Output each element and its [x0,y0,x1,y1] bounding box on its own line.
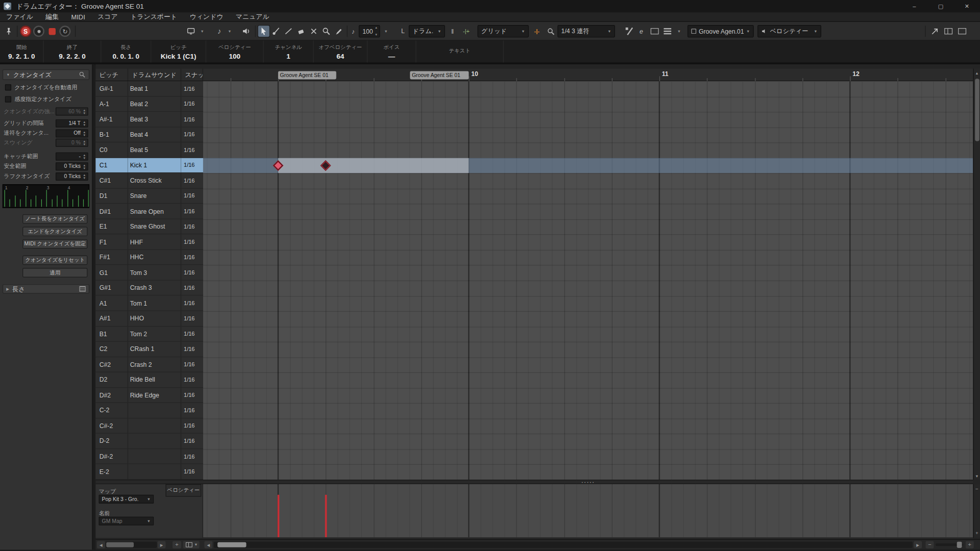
open-quantize-panel-button[interactable]: e [636,25,647,37]
info-field-value[interactable]: — [388,52,395,60]
drum-row-snap[interactable]: 1/16 [181,127,203,142]
drum-row-E-2[interactable]: E-21/16 [95,464,203,480]
drum-row-snap[interactable]: 1/16 [181,357,203,372]
menu-item-編集[interactable]: 編集 [45,12,59,21]
scroll-up-button[interactable]: ▲ [974,69,980,77]
insert-velocity-caret[interactable]: ▼ [382,25,390,37]
independent-loop-button[interactable]: ↻ [59,26,70,37]
drum-row-D#1[interactable]: D#1Snare Open1/16 [95,204,203,219]
menu-item-ファイル[interactable]: ファイル [6,12,33,21]
insert-mode-icon[interactable]: -|+ [460,25,472,37]
add-lane-button[interactable]: + [173,541,181,548]
quantize-button[interactable]: ノート長をクオンタイズ [22,214,87,223]
drum-row-snap[interactable]: 1/16 [181,96,203,111]
velocity-bar[interactable] [278,495,280,537]
drum-row-snap[interactable]: 1/16 [181,342,203,357]
drum-row-snap[interactable]: 1/16 [181,235,203,249]
scroll-down-button[interactable]: ▼ [974,471,980,480]
drum-row-C1[interactable]: C1Kick 11/16 [95,158,203,173]
menu-item-MIDI[interactable]: MIDI [71,13,85,21]
close-button[interactable]: ✕ [954,0,980,12]
open-in-window-icon[interactable] [929,25,940,37]
menu-item-ウィンドウ[interactable]: ウィンドウ [189,12,223,21]
drumstick-tool[interactable] [270,25,282,37]
spinner-down-icon[interactable]: ▼ [83,112,86,115]
drum-row-G#1[interactable]: G#1Crash 31/16 [95,281,203,296]
record-in-editor-button[interactable] [46,26,58,37]
grid-scroll-right-button[interactable]: ▶ [914,541,922,548]
quantize-button[interactable]: エンドをクオンタイズ [22,227,87,236]
grid-scroll-thumb[interactable] [217,542,246,547]
field-value[interactable]: Off▲▼ [56,129,88,137]
drum-row-snap[interactable]: 1/16 [181,372,203,387]
lane-setup-button[interactable]: ▼ [183,541,200,548]
field-value[interactable]: 0 Ticks▲▼ [56,172,88,180]
info-field-value[interactable]: 9. 2. 1. 0 [8,52,35,60]
part-edit-pane-icon[interactable] [649,25,660,37]
hzoom-in-button[interactable]: + [966,541,974,548]
field-value[interactable]: 0 %▲▼ [56,138,88,146]
maximize-button[interactable]: ▢ [927,0,953,12]
names-scroll-thumb[interactable] [106,542,134,547]
spinner[interactable]: ▲▼ [82,163,87,169]
spinner-down-icon[interactable]: ▼ [83,123,86,127]
drum-row-B1[interactable]: B1Tom 21/16 [95,327,203,342]
object-selection-tool[interactable] [257,25,270,37]
info-field-value[interactable]: Kick 1 (C1) [161,52,197,60]
note-info-caret[interactable]: ▼ [226,25,234,37]
menu-item-スコア[interactable]: スコア [97,12,117,21]
names-scroll-right-button[interactable]: ▶ [158,541,166,548]
hzoom-slider-thumb[interactable] [957,542,962,548]
drum-row-snap[interactable]: 1/16 [181,327,203,341]
drum-row-C-2[interactable]: C-21/16 [95,403,203,418]
field-value[interactable]: 1/4 T▲▼ [56,119,88,127]
reset-quantize-button[interactable]: クオンタイズをリセット [22,256,87,265]
drum-row-snap[interactable]: 1/16 [181,81,203,96]
drum-row-snap[interactable]: 1/16 [181,311,203,326]
spinner-down-icon[interactable]: ▼ [83,143,86,146]
info-field-value[interactable]: 100 [229,52,240,60]
part-name-tag[interactable]: Groove Agent SE 01 [278,71,336,80]
vertical-scrollbar[interactable]: ▲ ▼ [973,69,980,480]
drum-row-C#2[interactable]: C#2Crash 21/16 [95,357,203,372]
solo-editor-button[interactable]: S [20,26,31,37]
hzoom-slider[interactable] [936,543,963,546]
drum-row-snap[interactable]: 1/16 [181,204,203,218]
drum-row-C#-2[interactable]: C#-21/16 [95,418,203,434]
spinner[interactable]: ▲▼ [82,140,87,145]
quantize-button[interactable]: MIDI クオンタイズを固定 [22,239,87,248]
spinner[interactable]: ▲▼ [82,108,87,114]
menu-item-マニュアル[interactable]: マニュアル [236,12,270,21]
acoustic-feedback-button[interactable] [33,26,44,37]
info-field-value[interactable]: 1 [286,52,290,60]
drum-row-snap[interactable]: 1/16 [181,449,203,464]
drum-row-snap[interactable]: 1/16 [181,418,203,433]
info-field-value[interactable]: 0. 0. 1. 0 [113,52,139,60]
drum-grid[interactable] [203,81,973,480]
drum-row-D1[interactable]: D1Snare1/16 [95,188,203,204]
apply-quantize-button[interactable]: 適用 [22,268,87,277]
drum-row-D2[interactable]: D2Ride Bell1/16 [95,372,203,388]
menu-item-トランスポート[interactable]: トランスポート [130,12,177,21]
minimize-button[interactable]: – [901,0,927,12]
autoscroll-button[interactable] [184,25,198,37]
drum-row-E1[interactable]: E1Snare Ghost1/16 [95,219,203,235]
drum-row-snap[interactable]: 1/16 [181,265,203,280]
grid-scroll-left-button[interactable]: ◀ [204,541,212,548]
names-scroll-left-button[interactable]: ◀ [97,541,105,548]
spinner-down-icon[interactable]: ▼ [83,166,86,169]
drum-row-C0[interactable]: C0Beat 51/16 [95,142,203,158]
spinner[interactable]: ▲▼ [82,173,87,179]
grid-mode-dropdown[interactable]: グリッド ▼ [478,25,529,37]
insert-velocity-value[interactable]: 100 [362,28,373,34]
drum-row-snap[interactable]: 1/16 [181,112,203,127]
length-section-header[interactable]: ▶ 長さ [3,284,89,293]
drum-row-C2[interactable]: C2CRash 11/16 [95,342,203,357]
drum-row-snap[interactable]: 1/16 [181,142,203,157]
field-value[interactable]: -▲▼ [56,152,88,160]
field-value[interactable]: 60 %▲▼ [56,107,88,115]
mute-tool[interactable] [307,25,320,37]
drum-row-snap[interactable]: 1/16 [181,464,203,479]
drum-row-snap[interactable]: 1/16 [181,403,203,418]
insert-velocity-field[interactable]: 100 ▲▼ [359,25,380,37]
